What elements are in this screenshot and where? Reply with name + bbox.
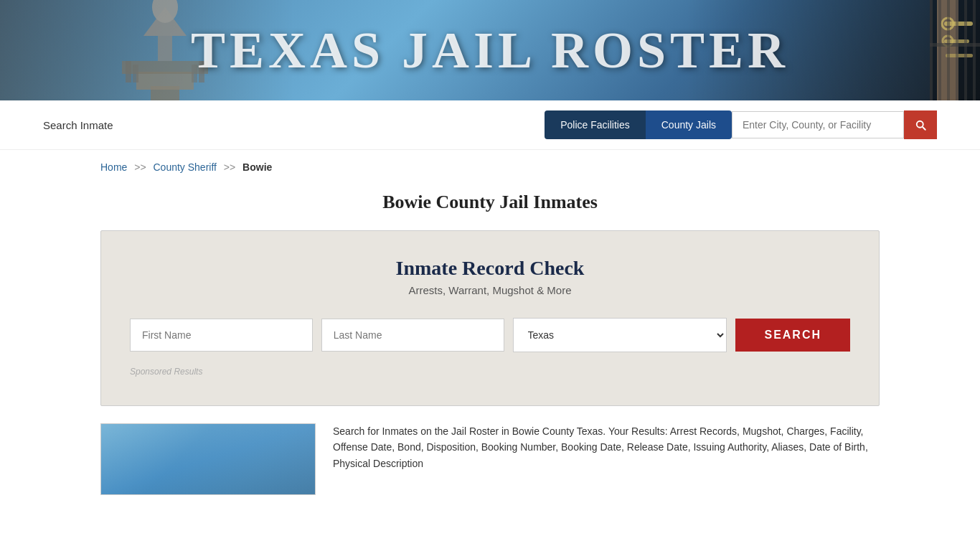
- record-check-box: Inmate Record Check Arrests, Warrant, Mu…: [100, 230, 880, 406]
- search-icon: [914, 118, 927, 131]
- svg-rect-20: [956, 0, 958, 100]
- breadcrumb-home[interactable]: Home: [100, 161, 127, 173]
- svg-rect-19: [947, 0, 950, 100]
- site-title: Texas Jail Roster: [191, 21, 789, 80]
- svg-rect-5: [158, 36, 172, 61]
- nav-right: Police Facilities County Jails: [545, 110, 937, 139]
- last-name-input[interactable]: [321, 319, 504, 352]
- breadcrumb: Home >> County Sheriff >> Bowie: [0, 150, 980, 184]
- record-check-subtitle: Arrests, Warrant, Mugshot & More: [130, 284, 850, 296]
- state-select[interactable]: AlabamaAlaskaArizonaArkansasCaliforniaCo…: [513, 318, 727, 352]
- svg-rect-17: [930, 0, 933, 100]
- bottom-section: Search for Inmates on the Jail Roster in…: [0, 406, 980, 495]
- svg-rect-18: [938, 0, 941, 100]
- bottom-image: [100, 423, 316, 495]
- svg-rect-22: [973, 0, 976, 100]
- record-check-title: Inmate Record Check: [130, 257, 850, 280]
- page-title-section: Bowie County Jail Inmates: [0, 184, 980, 230]
- search-inmate-label: Search Inmate: [43, 119, 113, 131]
- sponsored-label: Sponsored Results: [130, 367, 850, 377]
- svg-rect-21: [964, 0, 967, 100]
- header-banner: Texas Jail Roster: [0, 0, 980, 100]
- page-title: Bowie County Jail Inmates: [0, 192, 980, 213]
- search-form-row: AlabamaAlaskaArizonaArkansasCaliforniaCo…: [130, 318, 850, 352]
- nav-bar: Search Inmate Police Facilities County J…: [0, 100, 980, 150]
- breadcrumb-county-sheriff[interactable]: County Sheriff: [154, 161, 217, 173]
- svg-rect-6: [126, 61, 131, 83]
- first-name-input[interactable]: [130, 319, 313, 352]
- county-jails-button[interactable]: County Jails: [646, 110, 732, 139]
- search-button[interactable]: SEARCH: [735, 319, 850, 352]
- keys-icon: [822, 0, 980, 100]
- svg-rect-23: [930, 43, 980, 47]
- breadcrumb-sep1: >>: [134, 161, 146, 173]
- facility-search-button[interactable]: [904, 110, 937, 139]
- bottom-description: Search for Inmates on the Jail Roster in…: [333, 423, 880, 471]
- police-facilities-button[interactable]: Police Facilities: [545, 110, 645, 139]
- svg-rect-1: [136, 72, 194, 90]
- bottom-image-inner: [101, 424, 315, 494]
- facility-search-input[interactable]: [732, 111, 904, 138]
- svg-rect-8: [133, 65, 138, 83]
- breadcrumb-current: Bowie: [242, 161, 272, 173]
- breadcrumb-sep2: >>: [224, 161, 235, 173]
